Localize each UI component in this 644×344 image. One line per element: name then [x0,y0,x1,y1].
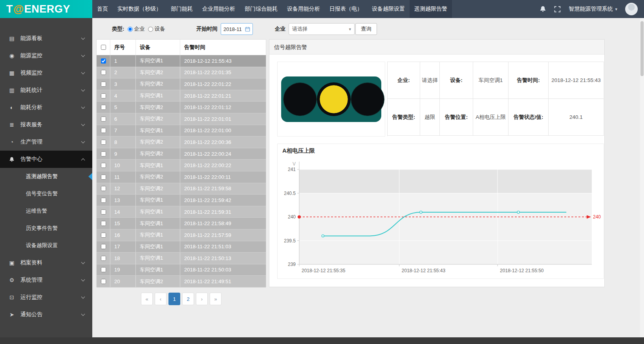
row-checkbox[interactable] [101,267,106,272]
table-row[interactable]: 8车间空调22018-11-22 22:00:36 [97,137,266,148]
table-row[interactable]: 16车间空调12018-11-22 21:57:59 [97,229,266,241]
radio-device[interactable]: 设备 [148,25,165,33]
page-last-button[interactable]: » [210,293,221,305]
table-row[interactable]: 1车间空调12018-12-12 21:55:43 [97,55,266,67]
select-all-checkbox[interactable] [101,45,106,50]
sidebar-item[interactable]: ◔生产管理 [0,133,92,151]
cell-time: 2018-11-22 22:01:01 [180,113,266,125]
sidebar-subitem[interactable]: 信号变位告警 [0,185,92,202]
table-row[interactable]: 14车间空调12018-11-22 21:59:31 [97,206,266,218]
search-button[interactable]: 查询 [355,23,377,35]
table-row[interactable]: 3车间空调22018-11-22 22:01:22 [97,78,266,90]
sidebar-item[interactable]: ≣报表服务 [0,116,92,133]
cell-time: 2018-11-22 21:50:03 [180,264,266,276]
table-row[interactable]: 2车间空调22018-11-22 22:01:35 [97,67,266,79]
table-row[interactable]: 11车间空调22018-11-22 22:00:11 [97,171,266,183]
row-checkbox[interactable] [101,70,106,75]
fullscreen-icon[interactable] [554,6,561,13]
sidebar-item[interactable]: ◉能源监控 [0,47,92,64]
row-checkbox[interactable] [101,151,106,157]
sidebar-subitem[interactable]: 运维告警 [0,202,92,220]
row-checkbox[interactable] [101,128,106,133]
row-checkbox[interactable] [101,244,106,249]
table-row[interactable]: 17车间空调12018-11-22 21:51:03 [97,241,266,253]
nav-item[interactable]: 企业用能分析 [198,0,240,18]
table-row[interactable]: 13车间空调12018-11-22 21:59:42 [97,195,266,206]
calendar-icon[interactable] [245,27,250,32]
nav-item[interactable]: 实时数据（秒级） [113,0,166,18]
sidebar-subitem[interactable]: 历史事件告警 [0,220,92,237]
table-row[interactable]: 6车间空调22018-11-22 22:01:01 [97,113,266,125]
nav-item[interactable]: 日报表（电） [325,0,367,18]
row-checkbox[interactable] [101,186,106,191]
row-checkbox[interactable] [101,82,106,87]
scrollbar[interactable] [640,18,644,344]
row-checkbox[interactable] [101,198,106,203]
table-row[interactable]: 19车间空调12018-11-22 21:50:03 [97,264,266,276]
sidebar-item[interactable]: ◐能耗分析 [0,99,92,116]
row-checkbox[interactable] [101,93,106,98]
nav-item[interactable]: 部门能耗 [166,0,198,18]
row-checkbox[interactable] [101,221,106,226]
table-row[interactable]: 12车间空调22018-11-22 21:59:58 [97,183,266,195]
row-checkbox[interactable] [101,279,106,284]
column-header-device: 设备 [136,40,180,55]
sidebar-item[interactable]: ⊡运行监控 [0,289,92,306]
page-number-button[interactable]: 1 [168,293,180,305]
cell-index: 3 [110,78,136,90]
row-checkbox[interactable] [101,116,106,122]
nav-item[interactable]: 遥测越限告警 [410,0,452,18]
page-prev-button[interactable]: ‹ [155,293,166,305]
table-row[interactable]: 7车间空调12018-11-22 22:01:00 [97,125,266,137]
sidebar-item-label: 通知公告 [20,311,82,318]
table-row[interactable]: 10车间空调12018-11-22 22:00:22 [97,160,266,171]
row-checkbox[interactable] [101,105,106,110]
info-type-value: 越限 [420,99,440,136]
table-row[interactable]: 18车间空调12018-11-22 21:50:13 [97,253,266,264]
chevron-down-icon [81,295,85,299]
page-first-button[interactable]: « [141,293,153,305]
row-checkbox[interactable] [101,58,106,64]
sidebar-subitem[interactable]: 设备越限设置 [0,237,92,254]
table-row[interactable]: 15车间空调12018-11-22 21:58:49 [97,218,266,229]
nav-item[interactable]: 设备用能分析 [282,0,325,18]
nav-item[interactable]: 设备越限设置 [367,0,410,18]
table-row[interactable]: 4车间空调12018-11-22 22:01:21 [97,90,266,102]
sidebar-item[interactable]: ⚙系统管理 [0,271,92,289]
logo[interactable]: T@ENERGY [0,0,92,18]
table-row[interactable]: 9车间空调22018-11-22 22:00:24 [97,148,266,160]
cell-time: 2018-11-22 22:01:21 [180,90,266,102]
sidebar-item[interactable]: ▥能耗统计 [0,82,92,99]
nav-item[interactable]: 首页 [92,0,113,18]
nav-item[interactable]: 部门综合能耗 [240,0,282,18]
table-row[interactable]: 5车间空调22018-11-22 22:01:12 [97,102,266,113]
sidebar-item[interactable]: 告警中心 [0,151,92,168]
row-checkbox[interactable] [101,256,106,261]
radio-enterprise[interactable]: 企业 [128,25,145,33]
row-checkbox[interactable] [101,175,106,180]
notifications-bell-icon[interactable] [540,5,546,13]
cell-device: 车间空调2 [136,78,180,90]
radio-device-input[interactable] [148,27,153,32]
table-row[interactable]: 20车间空调22018-11-22 21:49:51 [97,276,266,288]
row-checkbox[interactable] [101,233,106,238]
avatar[interactable] [625,3,638,15]
row-checkbox[interactable] [101,209,106,215]
radio-enterprise-input[interactable] [128,27,133,32]
system-name-menu[interactable]: 智慧能源管理系统 ▾ [569,5,617,13]
page-next-button[interactable]: › [196,293,208,305]
row-checkbox[interactable] [101,140,106,145]
cell-index: 7 [110,125,136,137]
enterprise-select[interactable]: 请选择 ▾ [289,23,355,35]
row-checkbox[interactable] [101,163,106,168]
sidebar-item[interactable]: ▦视频监控 [0,64,92,82]
start-time-input[interactable]: 2018-11 [221,23,253,35]
cell-time: 2018-11-22 21:59:42 [180,195,266,206]
scrollbar-thumb[interactable] [640,21,644,76]
sidebar-item[interactable]: ▣档案资料 [0,254,92,271]
sidebar-subitem[interactable]: 遥测越限告警 [0,168,92,185]
cell-device: 车间空调1 [136,218,180,229]
page-number-button[interactable]: 2 [182,293,194,305]
sidebar-item[interactable]: ▤能源看板 [0,30,92,47]
sidebar-item[interactable]: ➤通知公告 [0,306,92,323]
